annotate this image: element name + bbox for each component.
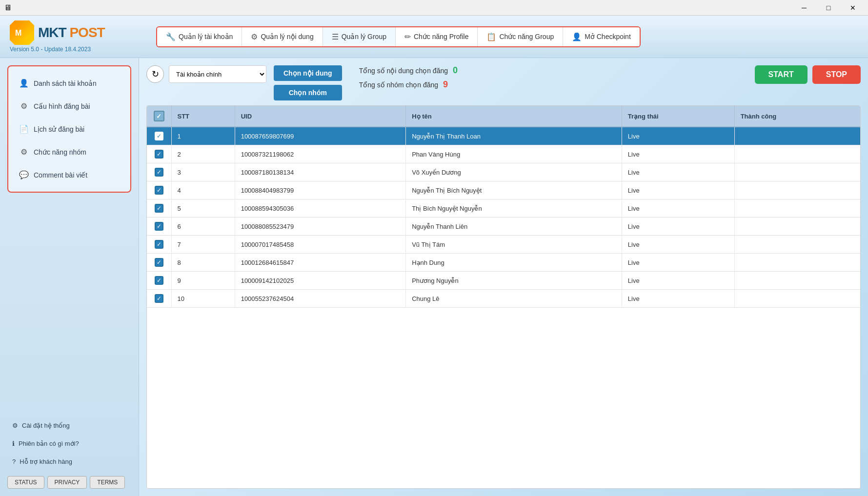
logo-text: MKT POST (38, 25, 105, 40)
sidebar-item-comment-bai-viet[interactable]: 💬 Comment bài viết (13, 165, 125, 184)
stat-nhom-label: Tổng số nhóm chọn đăng (359, 81, 438, 89)
row-uid: 100055237624504 (235, 290, 405, 308)
row-checkbox[interactable]: ✓ (155, 294, 163, 303)
row-checkbox[interactable]: ✓ (155, 240, 163, 249)
row-checkbox-cell: ✓ (147, 163, 171, 181)
row-uid: 100087659807699 (235, 127, 405, 145)
row-ho-ten: Nguyễn Thanh Liên (406, 218, 622, 236)
footer-buttons: STATUS PRIVACY TERMS (7, 476, 131, 489)
sidebar-item-danh-sach-tai-khoan[interactable]: 👤 Danh sách tài khoản (13, 74, 125, 93)
minimize-button[interactable]: ─ (793, 0, 815, 16)
titlebar: 🖥 ─ □ ✕ (0, 0, 868, 16)
th-checkbox: ✓ (147, 106, 171, 127)
maximize-button[interactable]: □ (817, 0, 840, 16)
list-icon: ☰ (332, 32, 339, 41)
stats-column: Tổng số nội dung chọn đăng 0 Tổng số nhó… (359, 65, 458, 90)
tab-chuc-nang-group[interactable]: 📋 Chức năng Group (478, 27, 563, 46)
row-checkbox[interactable]: ✓ (155, 132, 163, 140)
stat-noi-dung: Tổng số nội dung chọn đăng 0 (359, 65, 458, 76)
row-checkbox[interactable]: ✓ (155, 276, 163, 285)
tab-quan-ly-noi-dung[interactable]: ⚙ Quản lý nội dung (242, 27, 323, 46)
row-thanh-cong (734, 272, 860, 290)
main-content: 👤 Danh sách tài khoản ⚙ Cấu hình đăng bà… (0, 58, 868, 496)
row-stt: 8 (171, 254, 235, 272)
refresh-button[interactable]: ↻ (146, 65, 164, 83)
wrench-icon: 🔧 (166, 32, 176, 41)
row-checkbox[interactable]: ✓ (155, 186, 163, 195)
person-icon: 👤 (572, 32, 582, 41)
logo: M MKT POST (10, 20, 146, 45)
row-thanh-cong (734, 127, 860, 145)
row-checkbox[interactable]: ✓ (155, 204, 163, 213)
sidebar-bottom: ⚙ Cài đặt hệ thống ℹ Phiên bản có gì mới… (7, 413, 131, 489)
sidebar-item-cau-hinh-dang-bai[interactable]: ⚙ Cấu hình đăng bài (13, 97, 125, 116)
app-window: M MKT POST Version 5.0 - Update 18.4.202… (0, 16, 868, 496)
chon-nhom-button[interactable]: Chọn nhóm (274, 85, 342, 100)
row-uid: 100087180138134 (235, 163, 405, 181)
info-icon: ℹ (12, 440, 15, 447)
chon-noi-dung-button[interactable]: Chọn nội dung (274, 65, 342, 81)
row-uid: 100087321198062 (235, 145, 405, 163)
table-row[interactable]: ✓3100087180138134Võ Xuyến DươngLive (147, 163, 860, 181)
th-uid: UID (235, 106, 405, 127)
tab-chuc-nang-profile[interactable]: ✏ Chức năng Profile (396, 27, 478, 46)
stat-nhom: Tổng số nhóm chọn đăng 9 (359, 79, 458, 90)
row-checkbox-cell: ✓ (147, 254, 171, 272)
sidebar-item-ho-tro[interactable]: ? Hỗ trợ khách hàng (7, 454, 131, 469)
start-button[interactable]: START (755, 65, 807, 84)
table-row[interactable]: ✓8100012684615847Hạnh DungLive (147, 254, 860, 272)
tab-quan-ly-group[interactable]: ☰ Quản lý Group (323, 27, 396, 46)
table-row[interactable]: ✓4100088404983799Nguyễn Thị Bích NguyệtL… (147, 181, 860, 199)
row-checkbox[interactable]: ✓ (155, 168, 163, 177)
table-row[interactable]: ✓6100088085523479Nguyễn Thanh LiênLive (147, 218, 860, 236)
svg-text:M: M (15, 29, 21, 37)
table-row[interactable]: ✓5100088594305036Thị Bích Nguyệt NguyễnL… (147, 199, 860, 218)
row-trang-thai: Live (622, 163, 734, 181)
table-body: ✓1100087659807699Nguyễn Thị Thanh LoanLi… (147, 127, 860, 308)
table-row[interactable]: ✓10100055237624504Chung LêLive (147, 290, 860, 308)
header: M MKT POST Version 5.0 - Update 18.4.202… (0, 16, 868, 58)
table-row[interactable]: ✓7100007017485458Vũ Thị TámLive (147, 236, 860, 254)
row-checkbox[interactable]: ✓ (155, 150, 163, 159)
th-thanh-cong: Thành công (734, 106, 860, 127)
row-thanh-cong (734, 236, 860, 254)
privacy-button[interactable]: PRIVACY (47, 476, 87, 489)
table-row[interactable]: ✓1100087659807699Nguyễn Thị Thanh LoanLi… (147, 127, 860, 145)
sidebar-item-lich-su-dang-bai[interactable]: 📄 Lịch sử đăng bài (13, 119, 125, 139)
start-stop-buttons: START STOP (755, 65, 861, 84)
sidebar-item-phien-ban[interactable]: ℹ Phiên bản có gì mới? (7, 436, 131, 451)
header-checkbox[interactable]: ✓ (154, 111, 164, 121)
account-select[interactable]: Tài khoản chính (169, 65, 266, 83)
row-thanh-cong (734, 199, 860, 218)
row-trang-thai: Live (622, 181, 734, 199)
row-checkbox[interactable]: ✓ (155, 222, 163, 231)
row-stt: 7 (171, 236, 235, 254)
table-row[interactable]: ✓2100087321198062Phan Vàng HùngLive (147, 145, 860, 163)
table-row[interactable]: ✓9100009142102025Phương NguyễnLive (147, 272, 860, 290)
row-ho-ten: Phan Vàng Hùng (406, 145, 622, 163)
status-button[interactable]: STATUS (7, 476, 44, 489)
stop-button[interactable]: STOP (812, 65, 861, 84)
terms-button[interactable]: TERMS (90, 476, 125, 489)
settings-icon: ⚙ (12, 422, 18, 429)
stat-noi-dung-label: Tổng số nội dung chọn đăng (359, 67, 448, 75)
row-ho-ten: Vũ Thị Tám (406, 236, 622, 254)
row-uid: 100088085523479 (235, 218, 405, 236)
user-icon: 👤 (19, 79, 29, 88)
row-checkbox[interactable]: ✓ (155, 258, 163, 267)
row-trang-thai: Live (622, 254, 734, 272)
window-controls: ─ □ ✕ (793, 0, 864, 16)
sidebar-item-chuc-nang-nhom[interactable]: ⚙ Chức năng nhóm (13, 142, 125, 161)
row-stt: 10 (171, 290, 235, 308)
action-buttons: Chọn nội dung Chọn nhóm (274, 65, 342, 100)
row-uid: 100012684615847 (235, 254, 405, 272)
tab-quan-ly-tai-khoan[interactable]: 🔧 Quản lý tài khoản (157, 27, 242, 46)
gear-icon: ⚙ (19, 101, 29, 111)
row-trang-thai: Live (622, 290, 734, 308)
row-ho-ten: Nguyễn Thị Thanh Loan (406, 127, 622, 145)
row-uid: 100088594305036 (235, 199, 405, 218)
sidebar-item-cai-dat[interactable]: ⚙ Cài đặt hệ thống (7, 418, 131, 433)
close-button[interactable]: ✕ (842, 0, 864, 16)
row-stt: 4 (171, 181, 235, 199)
tab-mo-checkpoint[interactable]: 👤 Mở Checkpoint (563, 27, 640, 46)
